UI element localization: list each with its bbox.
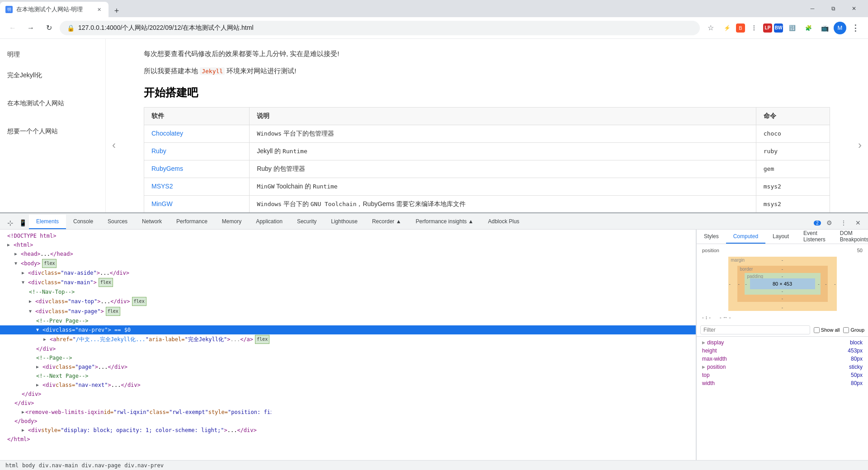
- link-rubygems[interactable]: RubyGems: [151, 165, 183, 172]
- dom-nav-prev-close[interactable]: </div>: [0, 344, 696, 353]
- bitwarden-icon[interactable]: BW: [774, 24, 783, 33]
- dom-next-comment[interactable]: <!--Next Page-->: [0, 371, 696, 381]
- dom-nav-top-comment[interactable]: <!--Nav-Top-->: [0, 287, 696, 296]
- dom-body[interactable]: ▼ <body> flex: [0, 258, 696, 268]
- event-listeners-tab[interactable]: Event Listeners: [796, 230, 833, 244]
- devtools-device-icon[interactable]: 📱: [16, 216, 29, 229]
- dom-doctype[interactable]: <!DOCTYPE html>: [0, 231, 696, 240]
- breadcrumb-div-nav-main[interactable]: div.nav-main: [37, 462, 80, 469]
- dom-nav-page[interactable]: ▼ <div class="nav-page"> flex: [0, 306, 696, 316]
- breadcrumb-div-nav-prev[interactable]: div.nav-prev: [123, 462, 165, 469]
- prop-triangle-display[interactable]: ▶: [702, 340, 705, 345]
- dom-nav-main[interactable]: ▼ <div class="nav-main"> flex: [0, 277, 696, 287]
- tab-perf-insights[interactable]: Performance insights ▲: [409, 215, 481, 229]
- devtools-more-icon[interactable]: ⋮: [837, 216, 850, 229]
- position-label: position: [702, 248, 719, 253]
- dom-body-end[interactable]: </body>: [0, 417, 696, 426]
- devtools-badge: 2: [814, 221, 821, 226]
- dom-nav-next[interactable]: ▶ <div class="nav-next">...</div>: [0, 381, 696, 390]
- tab-sources[interactable]: Sources: [100, 215, 135, 229]
- dom-body-close[interactable]: </div>: [0, 399, 696, 408]
- next-arrow[interactable]: ›: [852, 137, 868, 153]
- table-row: MinGW Windows 平台下的 GNU Toolchain，RubyGem…: [144, 196, 830, 213]
- link-msys2[interactable]: MSYS2: [151, 183, 173, 190]
- css-prop-display[interactable]: ▶ display block: [697, 338, 868, 347]
- tab-adblock[interactable]: Adblock Plus: [481, 215, 526, 229]
- reload-button[interactable]: ↻: [42, 21, 56, 35]
- link-chocolatey[interactable]: Chocolatey: [151, 130, 183, 137]
- devtools-settings-icon[interactable]: ⚙: [823, 216, 835, 229]
- breadcrumb-html[interactable]: html: [4, 462, 20, 469]
- tab-application[interactable]: Application: [249, 215, 290, 229]
- dom-head[interactable]: ▶ <head>...</head>: [0, 249, 696, 258]
- tab-close-button[interactable]: ✕: [95, 5, 103, 14]
- computed-tab[interactable]: Computed: [726, 230, 765, 244]
- breadcrumb-div-nav-page[interactable]: div.nav-page: [80, 462, 123, 469]
- cast-icon[interactable]: 📺: [817, 21, 832, 35]
- dom-nav-top[interactable]: ▶ <div class="nav-top">...</div> flex: [0, 296, 696, 306]
- active-tab[interactable]: 明 在本地测试个人网站-明理 ✕: [0, 2, 108, 17]
- filter-input[interactable]: [700, 325, 810, 334]
- css-prop-top[interactable]: top 50px: [697, 371, 868, 379]
- address-bar[interactable]: 🔒 127.0.0.1:4000/个人网站/2022/09/12/在本地测试个人…: [60, 21, 700, 35]
- restore-button[interactable]: ⧉: [823, 0, 844, 17]
- performance-icon[interactable]: ⚡: [720, 21, 734, 35]
- css-prop-position[interactable]: ▶ position sticky: [697, 363, 868, 371]
- tab-security[interactable]: Security: [290, 215, 324, 229]
- dom-nav-prev[interactable]: ▼ <div class="nav-prev"> == $0: [0, 325, 696, 334]
- ext-2-icon[interactable]: 🧩: [801, 21, 816, 35]
- css-prop-height[interactable]: height 453px: [697, 347, 868, 355]
- link-mingw[interactable]: MinGW: [151, 200, 173, 207]
- devtools-close-icon[interactable]: ✕: [852, 216, 864, 229]
- group-checkbox[interactable]: [843, 327, 849, 333]
- profile-avatar[interactable]: M: [834, 22, 846, 34]
- dom-page[interactable]: ▶ <div class="page">...</div>: [0, 362, 696, 371]
- styles-tab[interactable]: Styles: [697, 230, 726, 244]
- css-prop-width[interactable]: width 80px: [697, 379, 868, 387]
- close-button[interactable]: ✕: [844, 0, 864, 17]
- tab-memory[interactable]: Memory: [215, 215, 249, 229]
- tab-recorder[interactable]: Recorder ▲: [365, 215, 409, 229]
- dom-html[interactable]: ▶ <html>: [0, 240, 696, 249]
- show-all-checkbox[interactable]: [814, 327, 820, 333]
- prev-arrow[interactable]: ‹: [106, 137, 122, 153]
- tab-performance[interactable]: Performance: [169, 215, 215, 229]
- breadcrumb-body[interactable]: body: [20, 462, 37, 469]
- sidebar-link-jekyll[interactable]: 完全Jekyll化: [7, 69, 98, 82]
- tab-lighthouse[interactable]: Lighthouse: [324, 215, 365, 229]
- dom-page-comment[interactable]: <!--Page-->: [0, 353, 696, 362]
- dom-rwl[interactable]: ▶ <remove-web-limits-iqxin id="rwl-iqxin…: [0, 408, 271, 417]
- layout-tab[interactable]: Layout: [765, 230, 796, 244]
- forward-button[interactable]: →: [24, 21, 38, 35]
- google-dots-icon[interactable]: ⁝: [747, 21, 761, 35]
- prop-triangle-position[interactable]: ▶: [702, 365, 705, 369]
- sidebar-link-local[interactable]: 在本地测试个人网站: [7, 97, 98, 110]
- tab-network[interactable]: Network: [135, 215, 169, 229]
- tab-elements[interactable]: Elements: [29, 215, 66, 229]
- dom-div-style[interactable]: ▶ <div style="display: block; opacity: 1…: [0, 426, 696, 435]
- new-tab-button[interactable]: +: [110, 5, 123, 17]
- menu-button[interactable]: ⋮: [848, 21, 863, 35]
- devtools-body: <!DOCTYPE html> ▶ <html> ▶ <head>...</he…: [0, 230, 868, 460]
- devtools-inspect-icon[interactable]: ⊹: [4, 216, 16, 229]
- bookmark-star-icon[interactable]: ☆: [703, 21, 718, 35]
- show-all-checkbox-label[interactable]: Show all: [814, 327, 840, 333]
- dom-html-close[interactable]: </html>: [0, 435, 696, 444]
- dom-nav-aside[interactable]: ▶ <div class="nav-aside">...</div>: [0, 268, 696, 277]
- dom-nav-prev-link[interactable]: ▶ <a href="/中文...完全Jekyll化..." aria-labe…: [0, 334, 696, 344]
- ext-1-icon[interactable]: 🔢: [785, 21, 799, 35]
- brave-lion-icon[interactable]: B: [736, 24, 745, 33]
- dom-breakpoints-tab[interactable]: DOM Breakpoints: [833, 230, 868, 244]
- sidebar-link-personal[interactable]: 想要一个个人网站: [7, 125, 98, 138]
- back-button[interactable]: ←: [5, 21, 20, 35]
- dom-nav-main-close[interactable]: </div>: [0, 390, 696, 399]
- tab-console[interactable]: Console: [66, 215, 100, 229]
- link-ruby[interactable]: Ruby: [151, 147, 166, 155]
- group-checkbox-label[interactable]: Group: [843, 327, 864, 333]
- css-prop-max-width[interactable]: max-width 80px: [697, 355, 868, 363]
- lastpass-icon[interactable]: LP: [763, 24, 772, 33]
- minimize-button[interactable]: ─: [802, 0, 823, 17]
- browser-toolbar: ← → ↻ 🔒 127.0.0.1:4000/个人网站/2022/09/12/在…: [0, 17, 868, 39]
- sidebar-link-mingli[interactable]: 明理: [7, 48, 98, 61]
- dom-prev-comment[interactable]: <!--Prev Page-->: [0, 316, 696, 325]
